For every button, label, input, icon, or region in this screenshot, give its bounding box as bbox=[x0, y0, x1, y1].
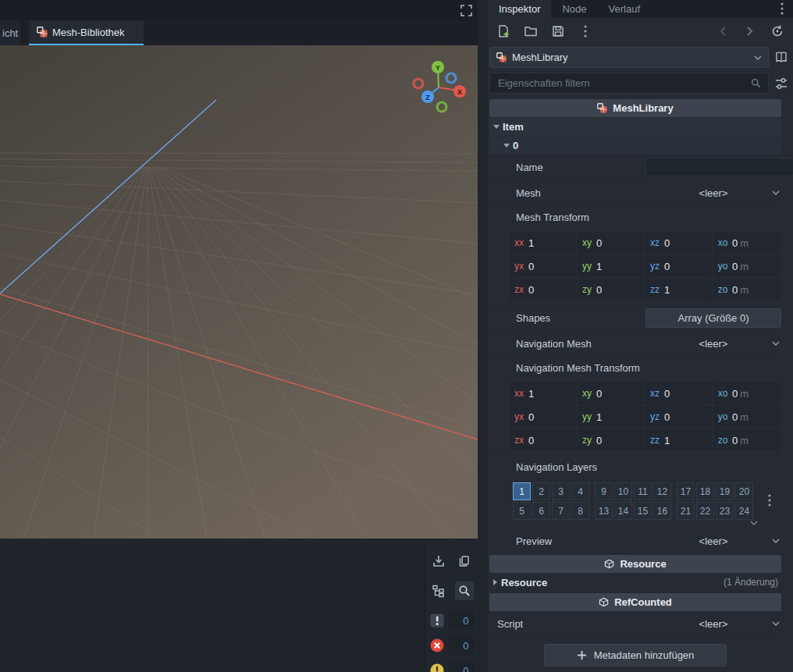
preview-dropdown[interactable]: <leer> bbox=[645, 532, 781, 551]
layer-button-17[interactable]: 17 bbox=[677, 482, 695, 500]
filter-input[interactable] bbox=[496, 76, 750, 90]
duplicate-button[interactable] bbox=[455, 552, 474, 571]
history-back-button[interactable] bbox=[714, 23, 731, 40]
new-resource-button[interactable] bbox=[495, 23, 512, 40]
layer-button-15[interactable]: 15 bbox=[634, 502, 652, 520]
transform-cell-zy[interactable]: zy0 bbox=[578, 429, 644, 451]
transform-cell-xx[interactable]: xx1 bbox=[510, 232, 576, 254]
tab-node[interactable]: Node bbox=[551, 0, 597, 18]
horizontal-splitter[interactable]: 0 0 0 bbox=[0, 539, 478, 672]
group-item-0[interactable]: 0 bbox=[489, 137, 781, 155]
transform-cell-xo[interactable]: xo0m bbox=[713, 232, 780, 254]
vertical-splitter[interactable] bbox=[478, 0, 488, 672]
layers-menu-button[interactable] bbox=[764, 492, 775, 509]
transform-cell-yy[interactable]: yy1 bbox=[578, 255, 644, 277]
import-button[interactable] bbox=[429, 552, 448, 571]
shapes-label: Shapes bbox=[516, 312, 645, 324]
layer-button-9[interactable]: 9 bbox=[595, 482, 613, 500]
group-item[interactable]: Item bbox=[489, 118, 781, 136]
documentation-button[interactable] bbox=[773, 49, 790, 66]
transform-cell-zx[interactable]: zx0 bbox=[510, 429, 576, 451]
script-label: Script bbox=[497, 618, 645, 630]
save-resource-button[interactable] bbox=[549, 23, 567, 40]
tab-verlauf[interactable]: Verlauf bbox=[598, 0, 651, 18]
layer-button-7[interactable]: 7 bbox=[552, 502, 570, 520]
filter-options-button[interactable] bbox=[773, 75, 790, 92]
layer-button-11[interactable]: 11 bbox=[634, 482, 652, 500]
transform-cell-yy[interactable]: yy1 bbox=[578, 406, 644, 428]
layers-expand-chevron[interactable] bbox=[750, 521, 758, 525]
resource-dropdown[interactable]: MeshLibrary bbox=[489, 47, 769, 68]
mesh-dropdown[interactable]: <leer> bbox=[645, 183, 781, 203]
refcounted-section-header[interactable]: RefCounted bbox=[489, 593, 781, 611]
search-icon bbox=[457, 584, 471, 598]
layer-button-6[interactable]: 6 bbox=[532, 502, 550, 520]
group-item-0-label: 0 bbox=[513, 140, 518, 151]
transform-cell-zo[interactable]: zo0m bbox=[713, 279, 780, 300]
chevron-right-icon bbox=[746, 26, 754, 37]
layer-button-3[interactable]: 3 bbox=[552, 482, 570, 500]
resource-expand-row[interactable]: Resource (1 Änderung) bbox=[489, 573, 781, 592]
axis-z-label: Z bbox=[425, 94, 430, 101]
layer-button-23[interactable]: 23 bbox=[716, 502, 734, 520]
resource-section-header[interactable]: Resource bbox=[489, 555, 781, 573]
transform-cell-xz[interactable]: xz0 bbox=[645, 382, 712, 404]
layer-button-1[interactable]: 1 bbox=[513, 482, 531, 500]
layer-button-21[interactable]: 21 bbox=[677, 502, 695, 520]
layer-button-14[interactable]: 14 bbox=[614, 502, 632, 520]
layer-button-18[interactable]: 18 bbox=[696, 482, 714, 500]
cell-unit: m bbox=[740, 237, 749, 249]
layer-button-8[interactable]: 8 bbox=[571, 502, 589, 520]
cell-key: yy bbox=[578, 261, 596, 272]
resource-extra-menu-button[interactable] bbox=[577, 23, 594, 40]
bottom-panel-content[interactable] bbox=[0, 548, 425, 672]
layer-button-4[interactable]: 4 bbox=[571, 482, 589, 500]
mesh-dropdown-value: <leer> bbox=[699, 187, 728, 199]
layer-button-13[interactable]: 13 bbox=[595, 502, 613, 520]
3d-viewport[interactable]: Y X Z bbox=[0, 45, 478, 539]
property-row-shapes: Shapes Array (Größe 0) bbox=[489, 305, 781, 331]
tree-view-button[interactable] bbox=[429, 581, 448, 600]
transform-cell-yx[interactable]: yx0 bbox=[510, 255, 576, 277]
layer-button-12[interactable]: 12 bbox=[653, 482, 671, 500]
panel-menu-button[interactable] bbox=[776, 2, 788, 15]
layer-button-10[interactable]: 10 bbox=[614, 482, 632, 500]
transform-cell-yx[interactable]: yx0 bbox=[510, 406, 576, 428]
layer-button-19[interactable]: 19 bbox=[716, 482, 734, 500]
tab-scene-view-partial[interactable]: icht bbox=[0, 20, 22, 45]
expand-viewport-button[interactable] bbox=[459, 3, 473, 17]
layer-button-2[interactable]: 2 bbox=[532, 482, 550, 500]
name-field[interactable] bbox=[645, 158, 793, 176]
transform-cell-zz[interactable]: zz1 bbox=[645, 429, 712, 451]
script-dropdown[interactable]: <leer> bbox=[645, 614, 781, 634]
object-history-button[interactable] bbox=[769, 23, 786, 40]
tab-inspektor[interactable]: Inspektor bbox=[488, 0, 551, 18]
cell-key: xo bbox=[713, 237, 732, 248]
history-forward-button[interactable] bbox=[741, 23, 759, 40]
transform-cell-xy[interactable]: xy0 bbox=[578, 382, 644, 404]
navigation-mesh-dropdown[interactable]: <leer> bbox=[645, 334, 781, 354]
transform-cell-zz[interactable]: zz1 bbox=[645, 279, 712, 300]
tab-mesh-bibliothek[interactable]: Mesh-Bibliothek bbox=[29, 20, 144, 45]
transform-cell-xx[interactable]: xx1 bbox=[510, 382, 576, 404]
layer-button-24[interactable]: 24 bbox=[735, 502, 753, 520]
transform-cell-xy[interactable]: xy0 bbox=[578, 232, 644, 254]
transform-cell-xz[interactable]: xz0 bbox=[645, 232, 712, 254]
add-metadata-button[interactable]: Metadaten hinzufügen bbox=[544, 644, 727, 667]
load-resource-button[interactable] bbox=[522, 23, 539, 40]
transform-cell-yo[interactable]: yo0m bbox=[713, 255, 780, 277]
transform-cell-yz[interactable]: yz0 bbox=[645, 406, 712, 428]
layer-button-16[interactable]: 16 bbox=[653, 502, 671, 520]
layer-button-20[interactable]: 20 bbox=[735, 482, 753, 500]
transform-cell-zy[interactable]: zy0 bbox=[578, 279, 644, 300]
layer-button-5[interactable]: 5 bbox=[513, 502, 531, 520]
search-toggle-button[interactable] bbox=[455, 581, 474, 600]
transform-cell-zx[interactable]: zx0 bbox=[510, 279, 576, 300]
property-row-mesh: Mesh <leer> bbox=[489, 180, 781, 206]
transform-cell-zo[interactable]: zo0m bbox=[713, 429, 780, 451]
transform-cell-xo[interactable]: xo0m bbox=[713, 382, 780, 404]
layer-button-22[interactable]: 22 bbox=[696, 502, 714, 520]
shapes-array-button[interactable]: Array (Größe 0) bbox=[645, 308, 781, 328]
transform-cell-yz[interactable]: yz0 bbox=[645, 255, 712, 277]
transform-cell-yo[interactable]: yo0m bbox=[713, 406, 780, 428]
